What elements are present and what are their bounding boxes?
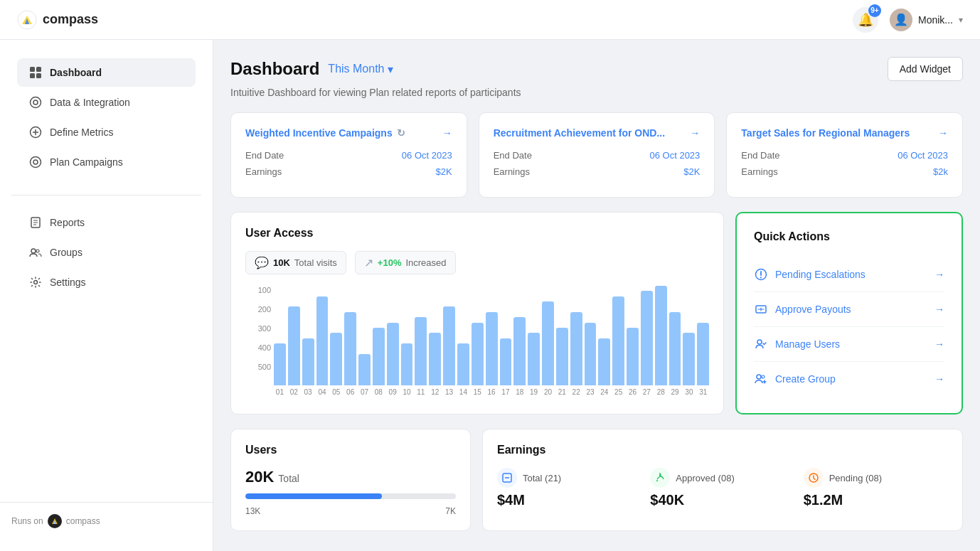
sidebar-item-plan-campaigns[interactable]: Plan Campaigns [17, 148, 196, 176]
page-header: Dashboard This Month ▾ Add Widget [230, 57, 963, 81]
plan-campaigns-icon [28, 155, 43, 169]
chart-bar [316, 296, 329, 385]
sidebar-item-label: Data & Integration [50, 97, 130, 108]
x-axis-label: 05 [330, 388, 342, 396]
x-axis-label: 03 [302, 388, 314, 396]
earning-value: $1.2M [804, 492, 948, 508]
qa-item-approve-payouts[interactable]: Approve Payouts → [754, 292, 944, 327]
chart-bar [528, 333, 540, 385]
qa-item-manage-users[interactable]: Manage Users → [754, 327, 944, 362]
page-subtitle: Intuitive Dashboard for viewing Plan rel… [230, 87, 963, 98]
x-axis-label: 27 [641, 388, 653, 396]
x-axis-label: 13 [443, 388, 455, 396]
x-axis-label: 21 [556, 388, 568, 396]
qa-arrow-icon: → [934, 304, 944, 315]
period-label: This Month [328, 63, 384, 75]
increase-label: Increased [405, 257, 446, 268]
chart-bar [472, 323, 484, 385]
quick-actions-card: Quick Actions Pending Escalations → [735, 212, 963, 414]
x-axis-label: 10 [401, 388, 413, 396]
users-total-num: 20K [245, 468, 274, 486]
x-axis-label: 16 [486, 388, 498, 396]
approved-earnings-icon [650, 468, 670, 488]
chart-bar [641, 291, 653, 385]
quick-actions-title: Quick Actions [754, 230, 944, 243]
svg-point-10 [31, 157, 41, 168]
users-earnings-row: Users 20K Total 13K 7K Earnings [230, 429, 963, 531]
chart-bar [373, 328, 385, 385]
qa-item-pending-escalations[interactable]: Pending Escalations → [754, 257, 944, 292]
sidebar-item-groups[interactable]: Groups [17, 238, 196, 267]
sidebar-item-define-metrics[interactable]: Define Metrics [17, 118, 196, 146]
user-menu-button[interactable]: 👤 Monik... ▾ [890, 9, 963, 31]
users-bar [245, 493, 456, 499]
chart-bar [500, 338, 512, 385]
earning-item-approved: Approved (08) $40K [650, 468, 794, 508]
card-title-row: Weighted Incentive Campaigns ↻ → [245, 127, 452, 139]
add-widget-button[interactable]: Add Widget [888, 57, 963, 81]
campaign-link-1[interactable]: Recruitment Achievement for OND... [494, 127, 665, 139]
card-arrow-icon-0: → [442, 127, 452, 139]
earning-item-total: Total (21) $4M [497, 468, 641, 508]
sidebar-item-dashboard[interactable]: Dashboard [17, 58, 196, 87]
bar-chart-wrap: 500 400 300 200 100 [245, 286, 709, 385]
users-sub-left: 13K [245, 506, 260, 516]
card-label: Earnings [494, 166, 530, 177]
card-row-earnings-2: Earnings $2k [741, 166, 948, 177]
qa-item-create-group[interactable]: Create Group → [754, 362, 944, 396]
x-axis-label: 23 [585, 388, 597, 396]
chart-bar [344, 312, 356, 385]
chart-bar [401, 343, 413, 385]
chart-title: User Access [245, 227, 313, 240]
campaign-link-0[interactable]: Weighted Incentive Campaigns ↻ [245, 127, 405, 139]
card-earnings-value: $2K [436, 166, 452, 177]
campaign-link-2[interactable]: Target Sales for Regional Managers [741, 127, 910, 139]
x-axis-label: 28 [655, 388, 667, 396]
manage-users-icon [754, 337, 768, 351]
svg-rect-4 [36, 67, 41, 72]
qa-item-left: Approve Payouts [754, 302, 851, 316]
period-selector[interactable]: This Month ▾ [328, 63, 393, 76]
x-axis-label: 02 [288, 388, 300, 396]
svg-rect-3 [30, 67, 35, 72]
chart-bar [556, 328, 568, 385]
chart-bar [274, 343, 286, 385]
chart-bar [655, 286, 667, 385]
x-axis-label: 15 [472, 388, 484, 396]
chart-bar [697, 323, 709, 385]
qa-arrow-icon: → [934, 269, 944, 280]
earning-value: $4M [497, 492, 641, 508]
card-arrow-icon-1: → [690, 127, 700, 139]
sidebar-item-data-integration[interactable]: Data & Integration [17, 88, 196, 117]
earning-item-pending: Pending (08) $1.2M [804, 468, 948, 508]
users-total-label: Total [278, 473, 299, 484]
sidebar-item-label: Define Metrics [50, 127, 113, 138]
sidebar-item-reports[interactable]: Reports [17, 208, 196, 237]
chart-bar [683, 333, 695, 385]
card-label: End Date [245, 150, 284, 161]
qa-label: Approve Payouts [775, 304, 851, 315]
card-label: Earnings [245, 166, 282, 177]
runs-on: Runs on compass [11, 514, 201, 528]
x-axis-label: 26 [627, 388, 639, 396]
groups-icon [28, 245, 43, 260]
chart-bar [570, 312, 582, 385]
y-label-100: 100 [245, 286, 271, 294]
users-sub-row: 13K 7K [245, 506, 456, 516]
card-title-row: Recruitment Achievement for OND... → [494, 127, 701, 139]
sidebar-item-settings[interactable]: Settings [17, 268, 196, 296]
pending-escalations-icon [754, 267, 768, 282]
campaign-card-1: Recruitment Achievement for OND... → End… [479, 112, 715, 198]
users-bar-fill [245, 493, 382, 499]
users-total: 20K Total [245, 468, 456, 486]
y-label-200: 200 [245, 305, 271, 314]
x-axis-label: 20 [542, 388, 554, 396]
svg-point-19 [757, 340, 762, 344]
card-row-date-0: End Date 06 Oct 2023 [245, 150, 452, 161]
top-navigation: compass 🔔 9+ 👤 Monik... ▾ [0, 0, 980, 40]
total-visits-value: 10K [273, 257, 290, 268]
notification-button[interactable]: 🔔 9+ [853, 7, 878, 33]
logo-text: compass [43, 12, 98, 27]
chart-bar [627, 328, 639, 385]
campaign-card-0: Weighted Incentive Campaigns ↻ → End Dat… [230, 112, 467, 198]
